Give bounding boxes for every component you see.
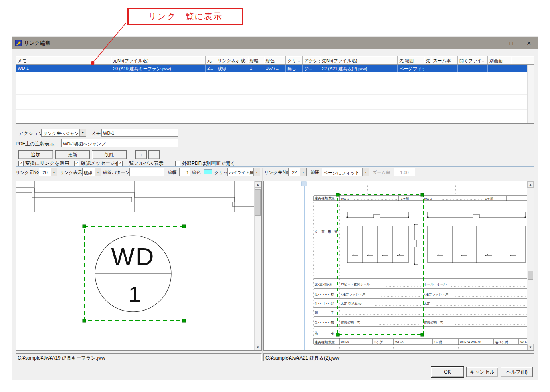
checkbox-option-0[interactable]: ✓変換にリンクを適用 [18, 160, 69, 167]
list-cell: 破線 [216, 65, 239, 72]
zoom-rate-label: ズーム率 [372, 170, 390, 176]
zoom-rate-input[interactable]: 1.00 [394, 168, 415, 176]
list-cell: ページフィット [398, 65, 424, 72]
chevron-down-icon[interactable]: ▼ [300, 168, 306, 176]
maximize-button[interactable]: □ [502, 37, 520, 49]
column-header[interactable]: 先No(ファイル名) [320, 56, 398, 64]
list-selected-row[interactable]: WD-120 (A19 建具キープラン.jww)2...破線11677...無し… [16, 65, 534, 72]
cancel-button[interactable]: キャンセル [466, 367, 498, 377]
checkbox-label: 変換にリンクを適用 [25, 160, 69, 167]
list-cell: 20 (A19 建具キープラン.jww) [111, 65, 206, 72]
chevron-down-icon[interactable]: ▼ [362, 168, 369, 176]
column-header-filler [511, 56, 534, 64]
scroll-up-icon[interactable]: ▲ [255, 181, 261, 188]
move-down-button[interactable]: ↓ [148, 150, 160, 159]
pdf-annotation-input[interactable]: WD-1姿図へジャンプ [61, 139, 178, 147]
list-cell: 22 (A21 建具表(2).jww) [320, 65, 398, 72]
delete-button[interactable]: 削除 [92, 150, 127, 159]
column-header[interactable]: 破. [239, 56, 248, 64]
dest-preview-scrollbar[interactable]: ▲ ▼ [527, 181, 534, 350]
scrollbar-thumb[interactable] [528, 271, 533, 280]
row-value: 付属金物一式 [340, 321, 360, 324]
row-value: 4連フラッシュ戸 [424, 293, 448, 296]
list-empty-rows [16, 72, 534, 124]
checkbox-icon[interactable]: ✓ [117, 161, 123, 166]
checkbox-option-1[interactable]: ✓確認メッセージ有 [74, 160, 120, 167]
dest-title: リンク先 [264, 170, 282, 176]
list-empty-row [16, 110, 534, 117]
scroll-up-icon[interactable]: ▲ [527, 181, 534, 188]
chevron-down-icon[interactable]: ▼ [79, 129, 86, 136]
list-empty-row [16, 87, 534, 95]
row-label: 金････････物 [314, 321, 334, 324]
list-scrollbar[interactable] [527, 65, 534, 123]
ok-button[interactable]: OK [431, 367, 464, 377]
dest-preview-pane[interactable]: 建具種類 数量 WD-1 1ヶ所 WD-2 1ヶ所 立 面 形 状 設･置･箇･… [263, 181, 534, 351]
list-header: メモ元No(ファイル名)元.リンク表示破.線幅線色クリ...アクション先No(フ… [16, 56, 534, 65]
add-button[interactable]: 追加 [18, 150, 53, 159]
footer-cell: 3ヶ所 [374, 340, 383, 344]
column-header[interactable]: アクション [303, 56, 320, 64]
move-up-button[interactable]: ↑ [135, 150, 147, 159]
row-label: 仕････････様 [314, 293, 334, 296]
checkbox-option-3[interactable]: 外部PDFは別画面で開く [175, 160, 235, 167]
callout-box: リンク一覧に表示 [127, 8, 243, 25]
checkbox-icon[interactable] [175, 161, 180, 166]
checkbox-label: 確認メッセージ有 [81, 160, 120, 167]
schedule-header-no1: WD-1 [341, 197, 349, 200]
action-select[interactable]: リンク先へジャンプ ▼ [41, 129, 86, 137]
column-header[interactable]: 開くファイ... [458, 56, 488, 64]
window-title: リンク編集 [24, 40, 485, 47]
checkbox-label: 外部PDFは別画面で開く [182, 160, 235, 167]
schedule-header-qty1: 1ヶ所 [401, 197, 409, 200]
column-header[interactable]: 別画面 [488, 56, 511, 64]
schedule-header-no2: WD-2 [424, 197, 432, 200]
help-button[interactable]: ヘルプ(H) [501, 367, 533, 377]
footer-cell: 建具種類 数量 [315, 340, 335, 344]
minimize-button[interactable]: — [485, 37, 502, 49]
checkbox-label: 一覧フルパス表示 [124, 160, 163, 167]
checkbox-option-2[interactable]: ✓一覧フルパス表示 [117, 160, 163, 167]
list-cell [424, 65, 431, 72]
title-bar[interactable]: リンク編集 — □ ✕ [12, 37, 538, 49]
dest-file-path: C:¥sample¥Jw¥A21 建具表(2).jww [263, 353, 534, 361]
dest-no-select[interactable]: 22 ▼ [288, 168, 307, 176]
checkbox-icon[interactable]: ✓ [18, 161, 24, 166]
list-empty-row [16, 117, 534, 124]
checkbox-icon[interactable]: ✓ [74, 161, 79, 166]
column-header[interactable]: メモ [16, 56, 111, 64]
range-select[interactable]: ページにフィット ▼ [322, 168, 369, 176]
column-header[interactable]: リンク表示 [216, 56, 239, 64]
list-empty-row [16, 72, 534, 79]
column-header[interactable]: 先 [424, 56, 431, 64]
schedule-header-qty2: 1ヶ所 [485, 197, 493, 200]
row-label: 備････････考 [315, 331, 334, 335]
column-header[interactable]: 線色 [264, 56, 286, 64]
close-button[interactable]: ✕ [520, 37, 538, 49]
scroll-down-icon[interactable]: ▼ [255, 344, 261, 350]
action-row: アクション リンク先へジャンプ ▼ メモ WD-1 [12, 129, 538, 137]
column-header[interactable]: ズーム率 [431, 56, 458, 64]
options-row: ✓変換にリンクを適用✓確認メッセージ有✓一覧フルパス表示外部PDFは別画面で開く [12, 160, 538, 166]
column-header[interactable]: 元No(ファイル名) [111, 56, 206, 64]
column-header[interactable]: 元. [206, 56, 216, 64]
list-cell: 1 [248, 65, 264, 72]
memo-input[interactable]: WD-1 [101, 129, 178, 137]
screenshot-stage: リンク一覧に表示 リンク編集 — □ ✕ メモ元No(ファイル名)元.リンク表示… [0, 0, 550, 392]
source-preview-scrollbar[interactable]: ▲ ▼ [254, 181, 261, 350]
elevation-label: 立 面 形 状 [315, 230, 339, 234]
column-header[interactable]: クリ... [286, 56, 303, 64]
action-select-value: リンク先へジャンプ [42, 129, 79, 136]
column-header[interactable]: 線幅 [248, 56, 264, 64]
row-value: 未定 [423, 302, 430, 305]
link-list[interactable]: メモ元No(ファイル名)元.リンク表示破.線幅線色クリ...アクション先No(フ… [16, 56, 534, 124]
action-label: アクション [18, 130, 43, 137]
update-button[interactable]: 更新 [55, 150, 90, 159]
scrollbar-thumb[interactable] [255, 189, 261, 216]
source-preview-pane[interactable]: WD 1 ▲ ▼ [16, 181, 262, 351]
row-value: 4連フラッシュ戸 [341, 293, 365, 296]
row-value: 付属金物一式 [423, 321, 443, 324]
scroll-down-icon[interactable]: ▼ [527, 344, 534, 350]
column-header[interactable]: 先 範囲 [398, 56, 424, 64]
footer-cell: WD-7A WD-7B [460, 340, 481, 344]
